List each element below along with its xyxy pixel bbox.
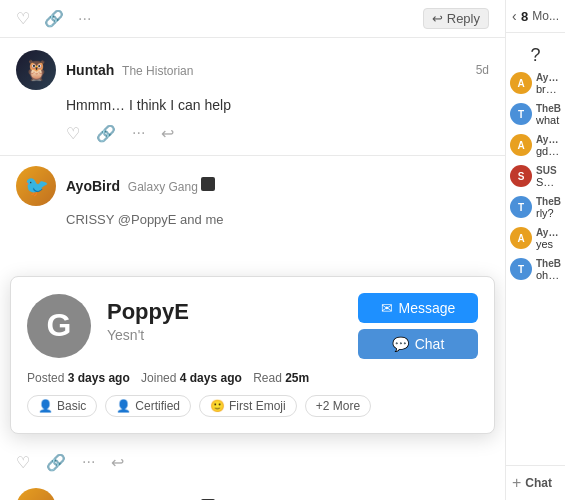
chat-plus-icon: + bbox=[512, 474, 521, 492]
mention-line: CRISSY @PoppyE and me bbox=[66, 212, 489, 227]
post-header-huntah: 🦉 Huntah The Historian 5d bbox=[16, 50, 489, 90]
right-panel: ‹ 8 Mo... ? A AyoB bruh d T TheB what A … bbox=[505, 0, 565, 500]
popup-meta: Posted 3 days ago Joined 4 days ago Read… bbox=[27, 371, 478, 385]
post-below-popup: ♡ 🔗 ··· ↩ bbox=[16, 437, 489, 472]
panel-msg-name-6: AyoB bbox=[536, 227, 561, 238]
panel-msg-name-3: AyoB bbox=[536, 134, 561, 145]
ayo-user-info: AyoBird Galaxy Gang bbox=[66, 177, 215, 194]
panel-messages-list: ? A AyoB bruh d T TheB what A AyoB gd = … bbox=[506, 33, 565, 465]
panel-more-label: Mo... bbox=[532, 9, 559, 23]
more-icon-3[interactable]: ··· bbox=[82, 453, 95, 471]
chat-button-popup[interactable]: 💬 Chat bbox=[358, 329, 478, 359]
panel-msg-content-5: TheB rly? bbox=[536, 196, 561, 219]
panel-chat-button[interactable]: + Chat bbox=[506, 465, 565, 500]
post-huntah: 🦉 Huntah The Historian 5d Hmmm… I think … bbox=[0, 38, 505, 156]
panel-msg-content-3: AyoB gd = g bbox=[536, 134, 561, 157]
panel-question: ? bbox=[510, 39, 561, 72]
panel-msg-3: A AyoB gd = g bbox=[510, 134, 561, 157]
panel-msg-name-1: AyoB bbox=[536, 72, 561, 83]
panel-msg-name-2: TheB bbox=[536, 103, 561, 114]
panel-msg-4: S SUS SUS a bbox=[510, 165, 561, 188]
first-emoji-icon: 🙂 bbox=[210, 399, 225, 413]
heart-icon-3[interactable]: ♡ bbox=[16, 453, 30, 472]
panel-msg-content-6: AyoB yes bbox=[536, 227, 561, 250]
joined-label: Joined 4 days ago bbox=[141, 371, 242, 385]
posted-label: Posted 3 days ago bbox=[27, 371, 130, 385]
reply-icon-2[interactable]: ↩ bbox=[161, 124, 174, 143]
more-badges-button[interactable]: +2 More bbox=[305, 395, 371, 417]
huntah-username: Huntah bbox=[66, 62, 114, 78]
link-icon[interactable]: 🔗 bbox=[44, 9, 64, 28]
panel-msg-text-2: what bbox=[536, 114, 561, 126]
panel-avatar-6: A bbox=[510, 227, 532, 249]
panel-count: 8 bbox=[521, 9, 528, 24]
panel-msg-7: T TheB oh ok bbox=[510, 258, 561, 281]
huntah-tag: The Historian bbox=[122, 64, 193, 78]
certified-label: Certified bbox=[135, 399, 180, 413]
panel-msg-text-1: bruh d bbox=[536, 83, 561, 95]
popup-profile-info: PoppyE Yesn't bbox=[107, 299, 342, 353]
panel-msg-name-5: TheB bbox=[536, 196, 561, 207]
heart-icon[interactable]: ♡ bbox=[16, 9, 30, 28]
popup-main-section: G PoppyE Yesn't ✉ Message 💬 Chat bbox=[27, 293, 478, 359]
post-header-ayo-see: 🐦 AyoBird Galaxy Gang bbox=[16, 488, 489, 500]
reply-arrow-icon: ↩ bbox=[432, 11, 443, 26]
panel-chat-label: Chat bbox=[525, 476, 552, 490]
chat-label: Chat bbox=[415, 336, 445, 352]
first-emoji-label: First Emoji bbox=[229, 399, 286, 413]
panel-msg-2: T TheB what bbox=[510, 103, 561, 126]
badge-certified: 👤 Certified bbox=[105, 395, 191, 417]
basic-label: Basic bbox=[57, 399, 86, 413]
panel-msg-content-1: AyoB bruh d bbox=[536, 72, 561, 95]
popup-trigger-header: 🐦 AyoBird Galaxy Gang bbox=[16, 166, 489, 206]
panel-msg-content-2: TheB what bbox=[536, 103, 561, 126]
panel-back-button[interactable]: ‹ bbox=[512, 8, 517, 24]
avatar-ayo: 🐦 bbox=[16, 166, 56, 206]
chat-icon: 💬 bbox=[392, 336, 409, 352]
panel-avatar-2: T bbox=[510, 103, 532, 125]
mention-text: CRISSY @PoppyE and me bbox=[66, 212, 223, 227]
popup-username: PoppyE bbox=[107, 299, 342, 325]
main-feed: ♡ 🔗 ··· ↩ Reply 🦉 Huntah The Historian 5… bbox=[0, 0, 505, 500]
popup-profile-avatar: G bbox=[27, 294, 91, 358]
ayo-username: AyoBird bbox=[66, 178, 120, 194]
link-icon-2[interactable]: 🔗 bbox=[96, 124, 116, 143]
reply-icon-3[interactable]: ↩ bbox=[111, 453, 124, 472]
panel-header: ‹ 8 Mo... bbox=[506, 0, 565, 33]
panel-msg-content-4: SUS SUS a bbox=[536, 165, 561, 188]
panel-msg-content-7: TheB oh ok bbox=[536, 258, 561, 281]
huntah-time: 5d bbox=[476, 63, 489, 77]
panel-msg-6: A AyoB yes bbox=[510, 227, 561, 250]
panel-msg-name-7: TheB bbox=[536, 258, 561, 269]
popup-card: G PoppyE Yesn't ✉ Message 💬 Chat bbox=[10, 276, 495, 434]
panel-msg-text-5: rly? bbox=[536, 207, 561, 219]
panel-msg-text-7: oh ok bbox=[536, 269, 561, 281]
link-icon-3[interactable]: 🔗 bbox=[46, 453, 66, 472]
panel-avatar-1: A bbox=[510, 72, 532, 94]
ayo-tag: Galaxy Gang bbox=[128, 180, 215, 194]
huntah-user-info: Huntah The Historian bbox=[66, 62, 193, 78]
badge-basic: 👤 Basic bbox=[27, 395, 97, 417]
below-popup-actions: ♡ 🔗 ··· ↩ bbox=[16, 453, 489, 472]
basic-icon: 👤 bbox=[38, 399, 53, 413]
reply-button[interactable]: ↩ Reply bbox=[423, 8, 489, 29]
panel-msg-text-6: yes bbox=[536, 238, 561, 250]
message-label: Message bbox=[399, 300, 456, 316]
more-badges-label: +2 More bbox=[316, 399, 360, 413]
panel-msg-5: T TheB rly? bbox=[510, 196, 561, 219]
popup-tagline: Yesn't bbox=[107, 327, 342, 343]
popup-initial: G bbox=[47, 307, 72, 344]
read-label: Read 25m bbox=[253, 371, 309, 385]
popup-badges: 👤 Basic 👤 Certified 🙂 First Emoji +2 Mor… bbox=[27, 395, 478, 417]
more-icon-2[interactable]: ··· bbox=[132, 124, 145, 142]
huntah-actions: ♡ 🔗 ··· ↩ bbox=[66, 124, 489, 143]
message-button[interactable]: ✉ Message bbox=[358, 293, 478, 323]
panel-msg-1: A AyoB bruh d bbox=[510, 72, 561, 95]
more-icon[interactable]: ··· bbox=[78, 10, 91, 28]
heart-icon-2[interactable]: ♡ bbox=[66, 124, 80, 143]
avatar-huntah: 🦉 bbox=[16, 50, 56, 90]
popup-action-buttons: ✉ Message 💬 Chat bbox=[358, 293, 478, 359]
panel-avatar-3: A bbox=[510, 134, 532, 156]
reply-label: Reply bbox=[447, 11, 480, 26]
panel-msg-text-3: gd = g bbox=[536, 145, 561, 157]
